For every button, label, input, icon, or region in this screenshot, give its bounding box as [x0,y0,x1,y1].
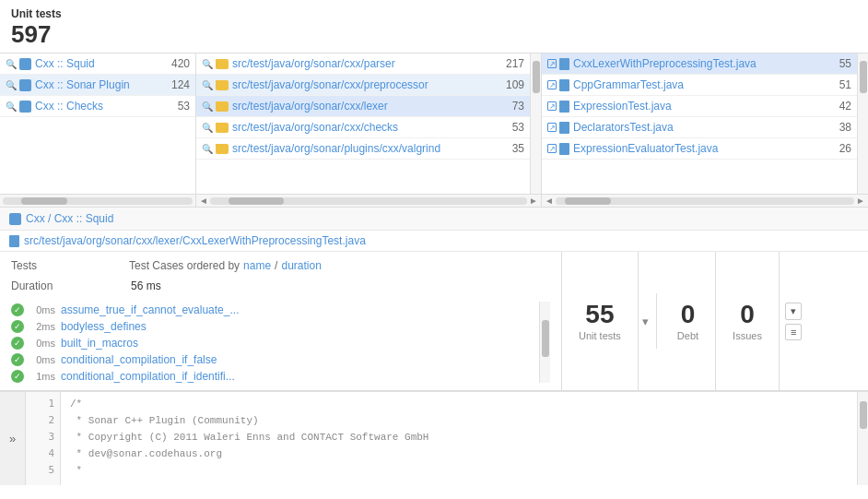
left-arrow-icon[interactable]: ◄ [199,196,208,206]
test-case-list-wrapper: ✓ 0ms assume_true_if_cannot_evaluate_...… [11,302,550,383]
list-item[interactable]: ↗ DeclaratorsTest.java 38 [542,117,857,138]
pkg-icon [19,101,31,113]
search-icon: 🔍 [202,80,213,90]
test-name: assume_true_if_cannot_evaluate_... [61,303,239,316]
list-item[interactable]: 🔍 src/test/java/org/sonar/cxx/preprocess… [196,75,530,96]
pkg-icon [19,58,31,70]
test-case-item[interactable]: ✓ 0ms conditional_compilation_if_false [11,351,539,368]
dirs-scroll-area[interactable]: 🔍 src/test/java/org/sonar/cxx/parser 217… [196,53,541,194]
tests-info-panel: Tests Test Cases ordered by name / durat… [0,252,562,390]
item-count: 35 [509,142,524,155]
test-name: conditional_compilation_if_identifi... [61,370,235,383]
item-name: ExpressionTest.java [573,100,836,113]
item-count: 73 [509,100,524,113]
test-case-item[interactable]: ✓ 2ms bodyless_defines [11,318,539,335]
item-name: src/test/java/org/sonar/plugins/cxx/valg… [232,142,509,155]
directories-list: 🔍 src/test/java/org/sonar/cxx/parser 217… [196,53,530,160]
files-list: ↗ CxxLexerWithPreprocessingTest.java 55 … [542,53,857,160]
h-scrollbar-1[interactable] [0,194,195,207]
v-scrollbar-code[interactable] [857,392,868,485]
test-duration: 2ms [29,321,55,332]
item-count: 420 [171,57,190,70]
list-item[interactable]: 🔍 Cxx :: Checks 53 [0,96,195,117]
vertical-divider-1 [656,293,657,349]
code-content[interactable]: /* * Sonar C++ Plugin (Community) * Copy… [61,392,857,485]
folder-icon [216,59,229,69]
test-name: conditional_compilation_if_false [61,353,217,366]
test-case-item[interactable]: ✓ 0ms assume_true_if_cannot_evaluate_... [11,302,539,318]
file-path: src/test/java/org/sonar/cxx/lexer/CxxLex… [24,234,366,247]
item-name: Cxx :: Checks [35,100,178,113]
list-item[interactable]: 🔍 src/test/java/org/sonar/cxx/lexer 73 [196,96,530,117]
header: Unit tests 597 [0,0,868,53]
test-case-item[interactable]: ✓ 0ms built_in_macros [11,335,539,351]
line-number: 1 [26,396,60,412]
sort-by-name-link[interactable]: name [243,259,271,272]
file-icon [559,122,569,134]
list-item[interactable]: ↗ CxxLexerWithPreprocessingTest.java 55 [542,53,857,75]
item-count: 42 [836,100,851,113]
list-item[interactable]: ↗ CppGrammarTest.java 51 [542,75,857,96]
breadcrumb: Cxx / Cxx :: Squid [26,212,113,225]
metrics-actions: ▾ ≡ [780,303,807,340]
file-icon [559,101,569,113]
metric-debt: 0 Debt [661,252,716,390]
folder-icon [216,123,229,133]
item-name: CxxLexerWithPreprocessingTest.java [573,57,836,70]
metrics-panel: 55 Unit tests ▾ 0 Debt 0 Issues ▾ ≡ [562,252,868,390]
pass-status-icon: ✓ [11,320,24,333]
test-cases-ordered-label: Test Cases ordered by [129,259,240,272]
test-case-item[interactable]: ✓ 1ms conditional_compilation_if_identif… [11,368,539,383]
unit-tests-dropdown-button[interactable]: ▾ [639,315,652,328]
right-arrow-icon[interactable]: ► [856,196,865,206]
item-count: 53 [178,100,190,113]
code-section: » 1 2 3 4 5 /* * Sonar C++ Plugin (Commu… [0,391,868,485]
line-number: 2 [26,412,60,429]
modules-list: 🔍 Cxx :: Squid 420 🔍 Cxx :: Sonar Plugin… [0,53,195,117]
metric-unit-tests: 55 Unit tests [562,252,639,390]
v-scrollbar-tests[interactable] [539,302,550,383]
item-count: 124 [171,78,190,91]
test-duration: 0ms [29,338,55,349]
sort-by-duration-link[interactable]: duration [281,259,321,272]
metric-issues: 0 Issues [716,252,780,390]
list-item[interactable]: 🔍 src/test/java/org/sonar/plugins/cxx/va… [196,138,530,160]
files-scroll-area[interactable]: ↗ CxxLexerWithPreprocessingTest.java 55 … [542,53,868,194]
search-icon: 🔍 [6,80,17,90]
ext-link-icon: ↗ [547,123,557,132]
item-name: src/test/java/org/sonar/cxx/checks [232,121,509,134]
issues-metric-value: 0 [740,302,755,327]
left-arrow-icon[interactable]: ◄ [545,196,554,206]
list-item[interactable]: 🔍 Cxx :: Squid 420 [0,53,195,75]
v-scrollbar-3[interactable] [857,53,868,194]
search-icon: 🔍 [6,101,17,112]
file-icon [559,58,569,70]
pass-status-icon: ✓ [11,337,24,350]
item-name: src/test/java/org/sonar/cxx/lexer [232,100,509,113]
h-scrollbar-2[interactable]: ◄ ► [196,194,541,207]
pass-status-icon: ✓ [11,303,24,316]
list-item[interactable]: 🔍 src/test/java/org/sonar/cxx/checks 53 [196,117,530,138]
modules-scroll-area[interactable]: 🔍 Cxx :: Squid 420 🔍 Cxx :: Sonar Plugin… [0,53,195,194]
v-scrollbar-2[interactable] [530,53,541,194]
h-scrollbar-3[interactable]: ◄ ► [542,194,868,207]
duration-label: Duration [11,279,76,292]
list-item[interactable]: 🔍 src/test/java/org/sonar/cxx/parser 217 [196,53,530,75]
list-item[interactable]: ↗ ExpressionEvaluatorTest.java 26 [542,138,857,160]
unit-tests-metric-value: 55 [585,302,614,327]
search-icon: 🔍 [202,59,213,69]
list-item[interactable]: 🔍 Cxx :: Sonar Plugin 124 [0,75,195,96]
issues-metric-label: Issues [733,330,762,341]
item-name: Cxx :: Squid [35,57,171,70]
metrics-dropdown-button[interactable]: ▾ [785,303,802,320]
code-toggle-btn[interactable]: » [0,392,26,485]
metrics-menu-button[interactable]: ≡ [785,324,802,340]
detail-section: Cxx / Cxx :: Squid src/test/java/org/son… [0,208,868,391]
pass-status-icon: ✓ [11,370,24,383]
line-number: 5 [26,462,60,479]
right-arrow-icon[interactable]: ► [529,196,538,206]
list-item[interactable]: ↗ ExpressionTest.java 42 [542,96,857,117]
modules-panel: 🔍 Cxx :: Squid 420 🔍 Cxx :: Sonar Plugin… [0,53,196,207]
duration-row: Duration 56 ms [11,279,550,292]
file-icon [559,79,569,91]
